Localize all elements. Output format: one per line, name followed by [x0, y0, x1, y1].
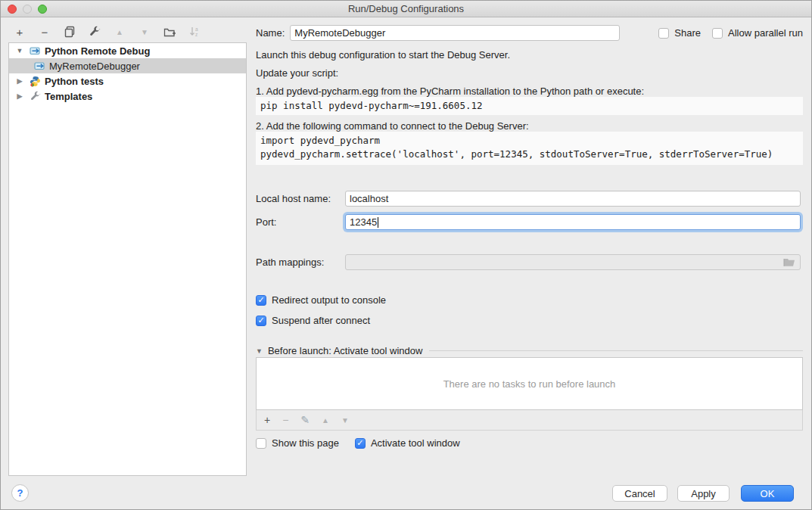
move-down-button[interactable]: ▼: [138, 25, 151, 39]
move-task-down-button[interactable]: ▼: [341, 416, 349, 424]
remote-debug-icon: [33, 60, 45, 72]
pip-install-code: pip install pydevd-pycharm~=191.6605.12: [256, 97, 803, 115]
arrow-up-icon: ▲: [116, 28, 123, 36]
remove-task-button[interactable]: −: [282, 414, 288, 426]
plus-icon: +: [264, 414, 270, 426]
chevron-collapsed-icon[interactable]: ▶: [15, 77, 24, 85]
copy-icon: [64, 26, 76, 38]
tree-item-label: MyRemoteDebugger: [49, 61, 140, 72]
new-folder-button[interactable]: [163, 25, 176, 39]
suspend-after-connect-row: Suspend after connect: [256, 315, 803, 326]
tree-item-label: Python tests: [45, 76, 104, 87]
tree-item-label: Python Remote Debug: [45, 45, 150, 57]
wrench-icon: [89, 26, 101, 38]
apply-label: Apply: [691, 488, 716, 499]
svg-text:z: z: [195, 32, 198, 37]
zoom-window-button[interactable]: [38, 5, 47, 14]
section-collapse-icon[interactable]: ▼: [256, 347, 263, 355]
local-host-input[interactable]: [345, 191, 801, 207]
configurations-tree: ▼ Python Remote Debug MyRemoteDebugger ▶…: [8, 42, 247, 476]
remove-configuration-button[interactable]: −: [38, 25, 51, 39]
move-up-button[interactable]: ▲: [113, 25, 126, 39]
title-bar: Run/Debug Configurations: [1, 1, 811, 17]
path-mappings-input[interactable]: [345, 254, 801, 270]
cancel-label: Cancel: [624, 488, 655, 499]
tree-item-templates[interactable]: ▶ Templates: [9, 89, 246, 104]
help-button[interactable]: ?: [11, 484, 29, 502]
arrow-up-icon: ▲: [322, 416, 329, 424]
arrow-down-icon: ▼: [341, 416, 349, 424]
folder-plus-icon: [163, 26, 176, 38]
page-options-row: Show this page Activate tool window: [256, 437, 803, 449]
apply-button[interactable]: Apply: [677, 485, 730, 502]
update-script-text: Update your script:: [256, 67, 803, 79]
allow-parallel-run-checkbox[interactable]: [712, 28, 723, 39]
edit-task-button[interactable]: ✎: [300, 414, 310, 426]
minus-icon: −: [42, 26, 48, 39]
svg-text:a: a: [195, 26, 198, 32]
port-row: Port: 12345: [256, 214, 803, 230]
copy-configuration-button[interactable]: [63, 25, 76, 39]
arrow-down-icon: ▼: [141, 28, 148, 36]
suspend-after-connect-label: Suspend after connect: [272, 315, 370, 326]
before-launch-toolbar: + − ✎ ▲ ▼: [256, 410, 803, 431]
add-task-button[interactable]: +: [264, 414, 270, 426]
tree-item-label: Templates: [45, 91, 92, 102]
empty-tasks-message: There are no tasks to run before launch: [443, 378, 616, 390]
help-icon: ?: [17, 487, 23, 499]
browse-folder-icon[interactable]: [783, 257, 795, 267]
redirect-output-label: Redirect output to console: [272, 294, 386, 306]
minimize-window-button[interactable]: [23, 5, 32, 14]
show-this-page-label: Show this page: [272, 437, 339, 449]
allow-parallel-run-label: Allow parallel run: [728, 27, 803, 39]
wrench-icon: [29, 90, 41, 102]
activate-tool-window-checkbox[interactable]: [355, 438, 366, 449]
before-launch-task-list[interactable]: There are no tasks to run before launch: [256, 357, 803, 410]
ok-button[interactable]: OK: [741, 485, 794, 502]
close-window-button[interactable]: [8, 5, 17, 14]
before-launch-title: Before launch: Activate tool window: [268, 345, 423, 356]
tree-item-python-remote-debug[interactable]: ▼ Python Remote Debug: [9, 43, 246, 58]
minus-icon: −: [282, 414, 288, 426]
python-icon: [29, 75, 41, 87]
port-input[interactable]: 12345: [345, 214, 801, 230]
window-title: Run/Debug Configurations: [348, 3, 464, 14]
pencil-icon: ✎: [300, 414, 310, 426]
sort-configurations-button[interactable]: az: [188, 25, 201, 39]
plus-icon: +: [17, 26, 23, 39]
port-label: Port:: [256, 216, 341, 228]
traffic-lights: [8, 5, 47, 14]
name-label: Name:: [256, 27, 285, 39]
intro-text: Launch this debug configuration to start…: [256, 49, 803, 61]
suspend-after-connect-checkbox[interactable]: [256, 316, 266, 326]
sort-az-icon: az: [188, 26, 201, 38]
ok-label: OK: [761, 488, 775, 499]
tree-item-python-tests[interactable]: ▶ Python tests: [9, 73, 246, 89]
step1-text: 1. Add pydevd-pycharm.egg from the PyCha…: [256, 86, 803, 97]
remote-debug-icon: [29, 45, 41, 57]
before-launch-header[interactable]: ▼ Before launch: Activate tool window: [256, 345, 803, 356]
add-configuration-button[interactable]: +: [13, 25, 26, 39]
settrace-code: import pydevd_pycharmpydevd_pycharm.sett…: [256, 132, 803, 165]
step2-text: 2. Add the following command to connect …: [256, 120, 803, 132]
path-mappings-label: Path mappings:: [256, 257, 341, 268]
share-label: Share: [674, 27, 701, 39]
text-cursor: [378, 217, 378, 228]
cancel-button[interactable]: Cancel: [612, 485, 667, 502]
settrace-code-line1: import pydevd_pycharm: [260, 135, 380, 146]
move-task-up-button[interactable]: ▲: [322, 416, 329, 424]
section-divider: [429, 350, 803, 351]
redirect-output-checkbox[interactable]: [256, 295, 266, 306]
configurations-toolbar: + − ▲ ▼ az: [13, 24, 201, 39]
run-debug-configurations-dialog: Run/Debug Configurations + − ▲ ▼ az ▼ Py…: [0, 0, 812, 510]
name-input[interactable]: [290, 25, 620, 41]
redirect-output-row: Redirect output to console: [256, 294, 803, 306]
share-checkbox[interactable]: [658, 28, 669, 39]
show-this-page-checkbox[interactable]: [256, 438, 266, 449]
chevron-expanded-icon[interactable]: ▼: [15, 47, 24, 54]
path-mappings-row: Path mappings:: [256, 254, 803, 270]
tree-item-myremotedebugger[interactable]: MyRemoteDebugger: [9, 58, 246, 73]
edit-defaults-button[interactable]: [88, 25, 101, 39]
activate-tool-window-label: Activate tool window: [371, 437, 460, 449]
chevron-collapsed-icon[interactable]: ▶: [15, 92, 24, 100]
